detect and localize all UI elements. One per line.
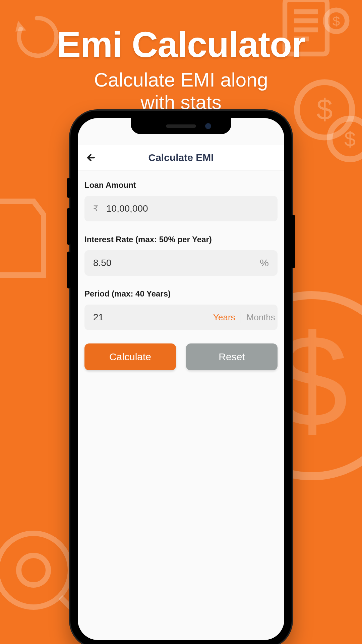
period-unit-years[interactable]: Years: [213, 312, 235, 323]
svg-text:$: $: [344, 128, 356, 151]
loan-amount-value[interactable]: [106, 203, 269, 214]
calculate-button[interactable]: Calculate: [84, 343, 176, 370]
interest-rate-input[interactable]: %: [84, 250, 278, 276]
loan-amount-input[interactable]: ₹: [84, 196, 278, 221]
emi-form: Loan Amount ₹ Interest Rate (max: 50% pe…: [78, 170, 284, 380]
interest-rate-label: Interest Rate (max: 50% per Year): [84, 235, 278, 244]
page-title: Calculate EMI: [84, 152, 278, 163]
divider: [241, 312, 241, 323]
promo-subtitle: Calculate EMI along with stats: [0, 69, 362, 113]
period-input[interactable]: Years Months: [84, 305, 278, 330]
phone-notch: [131, 118, 231, 134]
period-unit-toggle: Years Months: [213, 312, 275, 323]
svg-point-14: [0, 533, 70, 607]
period-label: Period (max: 40 Years): [84, 289, 278, 299]
promo-title: Emi Calculator: [0, 23, 362, 65]
app-header: Calculate EMI: [78, 145, 284, 170]
phone-screen: Calculate EMI Loan Amount ₹ Interest Rat…: [78, 118, 284, 640]
period-value[interactable]: [93, 312, 213, 323]
rupee-icon: ₹: [93, 204, 98, 213]
phone-frame: Calculate EMI Loan Amount ₹ Interest Rat…: [70, 111, 292, 644]
period-unit-months[interactable]: Months: [247, 312, 275, 323]
reset-button[interactable]: Reset: [186, 343, 278, 370]
sim-icon: [0, 195, 47, 282]
loan-amount-label: Loan Amount: [84, 180, 278, 190]
svg-point-15: [19, 555, 48, 585]
interest-rate-value[interactable]: [93, 258, 260, 268]
percent-icon: %: [260, 257, 269, 269]
